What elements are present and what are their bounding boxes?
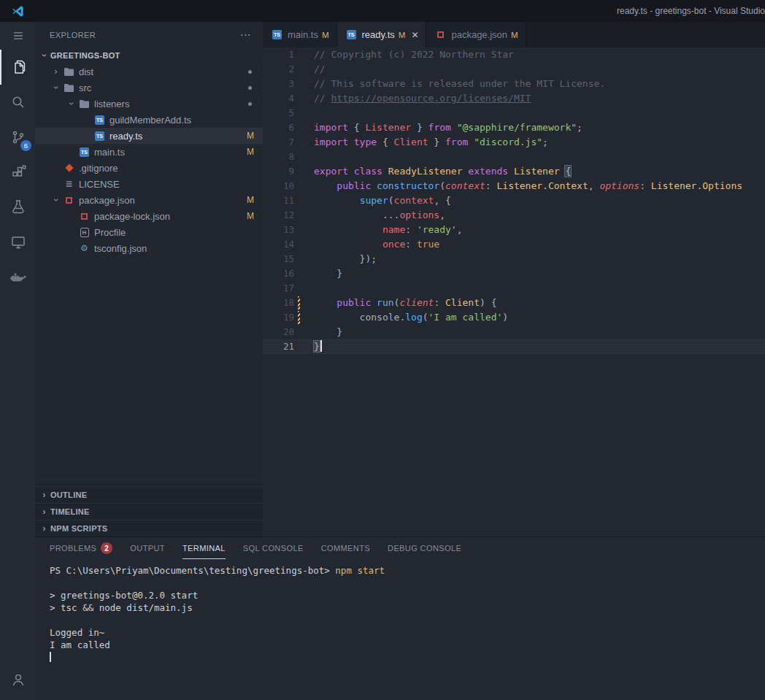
panel-tab-output[interactable]: OUTPUT [130, 537, 165, 559]
folder-icon [77, 96, 91, 112]
extensions-icon[interactable] [0, 155, 35, 190]
file-row-src[interactable]: ›src [35, 80, 263, 96]
section-npm-scripts[interactable]: ›NPM SCRIPTS [35, 520, 263, 536]
section-outline[interactable]: ›OUTLINE [35, 486, 263, 503]
file-row--gitignore[interactable]: .gitignore [35, 160, 263, 176]
project-root-row[interactable]: › GREETINGS-BOT [35, 47, 263, 64]
tab-package-json[interactable]: package.jsonM [426, 22, 526, 47]
line-number: 15 [263, 252, 294, 266]
file-row-package-lock-json[interactable]: package-lock.jsonM [35, 208, 263, 224]
code-text: // https://opensource.org/licenses/MIT [314, 91, 531, 106]
tab-git-modified-badge: M [511, 31, 518, 39]
file-row-main-ts[interactable]: TSmain.tsM [35, 144, 263, 160]
file-label: dist [79, 66, 93, 77]
file-row-package-json[interactable]: ›package.jsonM [35, 192, 263, 208]
file-row-listeners[interactable]: ›listeners [35, 96, 263, 112]
tab-ready-ts[interactable]: TSready.tsM✕ [337, 22, 427, 47]
close-icon[interactable]: ✕ [411, 30, 418, 40]
terminal-line: > greetings-bot@0.2.0 start [50, 589, 765, 601]
panel-tab-label: OUTPUT [130, 544, 165, 553]
file-label: .gitignore [79, 163, 118, 174]
account-icon[interactable] [0, 662, 35, 697]
section-timeline[interactable]: ›TIMELINE [35, 503, 263, 520]
code-line-20[interactable]: 20 } [263, 325, 765, 339]
file-row-dist[interactable]: ›dist [35, 64, 263, 80]
line-number: 2 [263, 62, 294, 77]
file-row-guildmemberadd-ts[interactable]: TSguildMemberAdd.ts [35, 112, 263, 128]
code-text: } [314, 325, 342, 339]
vscode-logo-icon[interactable] [0, 5, 35, 18]
heroku-icon: H [80, 228, 89, 237]
section-label: TIMELINE [50, 507, 90, 516]
code-line-18[interactable]: 18 public run(client: Client) { [263, 296, 765, 310]
code-line-5[interactable]: 5 [263, 106, 765, 120]
code-line-12[interactable]: 12 ...options, [263, 208, 765, 223]
panel-tab-sql-console[interactable]: SQL CONSOLE [243, 537, 304, 559]
code-text: export class ReadyListener extends Liste… [314, 164, 571, 179]
code-line-21[interactable]: 21} [263, 339, 765, 354]
chevron-right-icon: › [38, 487, 50, 503]
code-line-7[interactable]: 7import type { Client } from "discord.js… [263, 135, 765, 150]
panel-tab-debug-console[interactable]: DEBUG CONSOLE [388, 537, 461, 559]
code-line-1[interactable]: 1// Copyright (c) 2022 Northern Star [263, 47, 765, 62]
terminal-line [50, 614, 765, 626]
typescript-file-icon: TS [347, 30, 356, 39]
menu-icon[interactable] [0, 22, 35, 50]
code-line-8[interactable]: 8 [263, 150, 765, 164]
file-label: LICENSE [79, 179, 120, 190]
code-text: once: true [314, 237, 439, 252]
line-number: 7 [263, 135, 294, 150]
typescript-file-icon: TS [272, 30, 282, 39]
terminal-line [50, 651, 765, 664]
file-row-procfile[interactable]: HProcfile [35, 224, 263, 240]
git-change-gutter [298, 311, 300, 324]
testing-icon[interactable] [0, 190, 35, 225]
code-line-13[interactable]: 13 name: 'ready', [263, 223, 765, 237]
chevron-right-icon: › [50, 64, 62, 80]
line-number: 21 [263, 339, 294, 354]
code-text: public constructor(context: Listener.Con… [314, 179, 742, 193]
panel-tab-problems[interactable]: PROBLEMS2 [50, 537, 112, 559]
code-line-17[interactable]: 17 [263, 281, 765, 296]
source-control-icon[interactable]: 6 [0, 120, 35, 155]
code-text: console.log('I am called') [314, 310, 508, 325]
code-line-11[interactable]: 11 super(context, { [263, 193, 765, 208]
code-text: name: 'ready', [314, 223, 463, 237]
tab-main-ts[interactable]: TSmain.tsM [263, 22, 337, 47]
code-line-2[interactable]: 2// [263, 62, 765, 77]
section-label: OUTLINE [50, 491, 87, 499]
code-line-16[interactable]: 16 } [263, 266, 765, 281]
explorer-icon[interactable] [0, 50, 35, 85]
code-line-9[interactable]: 9export class ReadyListener extends List… [263, 164, 765, 179]
panel-tab-comments[interactable]: COMMENTS [321, 537, 370, 559]
chevron-down-icon: › [64, 98, 80, 110]
docker-icon[interactable] [0, 260, 35, 295]
modified-dot-badge [248, 86, 252, 90]
code-line-14[interactable]: 14 once: true [263, 237, 765, 252]
code-text: import { Listener } from "@sapphire/fram… [314, 120, 583, 135]
panel-tab-terminal[interactable]: TERMINAL [182, 537, 226, 559]
chevron-right-icon: › [38, 520, 50, 536]
file-row-license[interactable]: ≣LICENSE [35, 176, 263, 192]
tab-git-modified-badge: M [322, 31, 329, 39]
code-line-3[interactable]: 3// This software is released under the … [263, 77, 765, 91]
code-line-6[interactable]: 6import { Listener } from "@sapphire/fra… [263, 120, 765, 135]
line-number: 16 [263, 266, 294, 281]
editor[interactable]: 1// Copyright (c) 2022 Northern Star2//3… [263, 47, 765, 536]
remote-explorer-icon[interactable] [0, 225, 35, 260]
line-number: 4 [263, 91, 294, 106]
terminal-cursor [50, 652, 51, 662]
file-row-tsconfig-json[interactable]: ⚙tsconfig.json [35, 240, 263, 256]
line-number: 13 [263, 223, 294, 237]
code-line-15[interactable]: 15 }); [263, 252, 765, 266]
file-row-ready-ts[interactable]: TSready.tsM [35, 128, 263, 144]
more-actions-icon[interactable]: ⋯ [240, 31, 251, 39]
code-line-4[interactable]: 4// https://opensource.org/licenses/MIT [263, 91, 765, 106]
scm-badge: 6 [20, 140, 31, 151]
editor-cursor [320, 340, 322, 352]
window-title: ready.ts - greetings-bot - Visual Studio [617, 0, 765, 22]
search-icon[interactable] [0, 85, 35, 120]
terminal-output[interactable]: PS C:\Users\Priyam\Documents\testing\gre… [35, 559, 765, 700]
code-line-19[interactable]: 19 console.log('I am called') [263, 310, 765, 325]
code-line-10[interactable]: 10 public constructor(context: Listener.… [263, 179, 765, 193]
